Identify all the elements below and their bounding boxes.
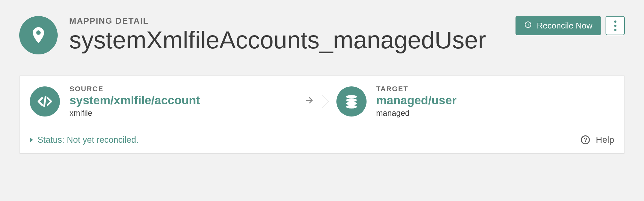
source-overline: SOURCE — [70, 85, 200, 93]
status-value: Not yet reconciled. — [67, 135, 139, 145]
svg-point-6 — [346, 105, 357, 109]
target-type: managed — [376, 109, 457, 118]
target-path: managed/user — [376, 94, 457, 107]
mapping-card: SOURCE system/xmlfile/account xmlfile — [19, 76, 625, 154]
page-overline: MAPPING DETAIL — [69, 16, 509, 26]
help-link[interactable]: ? Help — [581, 135, 614, 145]
target-overline: TARGET — [376, 85, 457, 93]
page-header: MAPPING DETAIL systemXmlfileAccounts_man… — [19, 16, 625, 54]
page-title: systemXmlfileAccounts_managedUser — [69, 27, 509, 53]
code-icon — [30, 86, 60, 117]
svg-line-1 — [44, 97, 45, 106]
caret-right-icon — [30, 137, 33, 142]
status-toggle[interactable]: Status: Not yet reconciled. — [30, 135, 138, 145]
more-actions-button[interactable] — [606, 16, 625, 35]
source-path: system/xmlfile/account — [70, 94, 200, 107]
mapping-row: SOURCE system/xmlfile/account xmlfile — [20, 76, 624, 127]
arrow-right-icon — [305, 95, 314, 107]
help-icon: ? — [581, 135, 590, 144]
svg-point-3 — [346, 95, 357, 99]
status-prefix: Status: — [37, 135, 64, 145]
help-label: Help — [596, 135, 614, 145]
reconcile-now-label: Reconcile Now — [537, 21, 592, 31]
source-type: xmlfile — [70, 109, 200, 118]
reconcile-now-button[interactable]: Reconcile Now — [516, 16, 601, 35]
source-panel[interactable]: SOURCE system/xmlfile/account xmlfile — [20, 76, 318, 127]
clock-icon — [524, 21, 532, 31]
svg-point-5 — [346, 101, 357, 105]
kebab-menu-icon — [614, 20, 616, 31]
card-footer: Status: Not yet reconciled. ? Help — [20, 127, 624, 153]
target-panel[interactable]: TARGET managed/user managed — [318, 76, 624, 127]
svg-point-4 — [346, 98, 357, 102]
mapping-pin-icon — [19, 16, 58, 54]
database-icon — [336, 86, 367, 117]
